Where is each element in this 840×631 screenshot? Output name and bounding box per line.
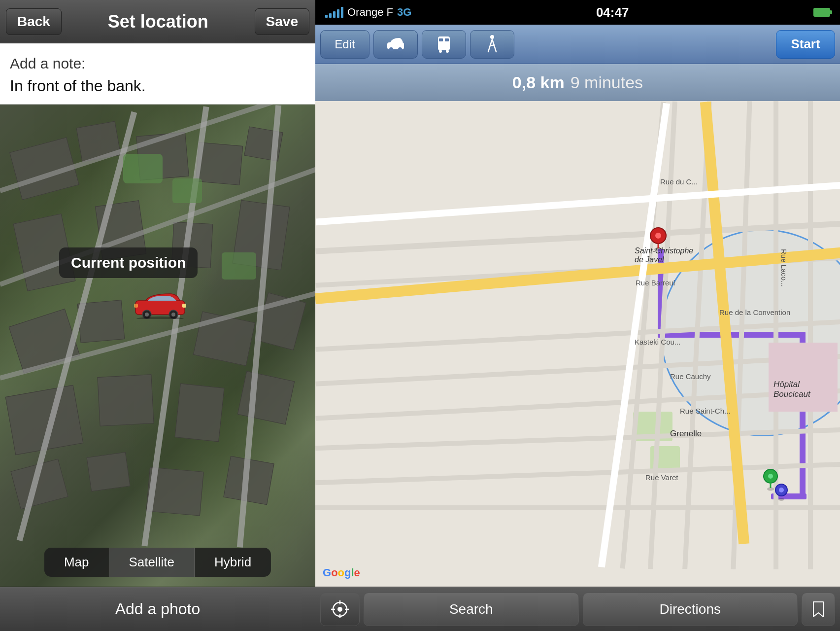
- bus-transport-button[interactable]: [422, 30, 466, 59]
- road-v6: [808, 101, 813, 569]
- google-o2: o: [338, 566, 344, 579]
- map-label-kasteki: Kasteki Cou...: [635, 338, 680, 346]
- note-text[interactable]: In front of the bank.: [10, 77, 305, 95]
- map-type-hybrid-button[interactable]: Hybrid: [195, 548, 271, 577]
- vegetation: [222, 252, 256, 280]
- svg-rect-12: [439, 38, 443, 41]
- google-g2: g: [344, 566, 351, 579]
- map-label-rue-right: Rue Laco...: [780, 249, 788, 287]
- bookmark-button[interactable]: [802, 593, 835, 626]
- status-time: 04:47: [596, 5, 629, 20]
- map-type-bar: Map Satellite Hybrid: [44, 548, 271, 577]
- svg-point-15: [446, 50, 449, 53]
- building: [174, 384, 224, 442]
- bottom-bar: Search Directions: [315, 587, 840, 631]
- current-location-dot: [774, 483, 788, 504]
- distance-km: 0,8 km: [512, 73, 565, 92]
- right-panel: Orange F 3G 04:47 Edit: [315, 0, 840, 631]
- satellite-map-container[interactable]: Current position Map Satellite Hybrid: [0, 105, 315, 587]
- current-position-label: Current position: [59, 247, 198, 278]
- vegetation: [172, 178, 202, 203]
- distance-min: 9 minutes: [571, 73, 643, 92]
- google-logo: Google: [323, 566, 360, 579]
- svg-point-27: [337, 607, 342, 612]
- add-photo-label: Add a photo: [115, 600, 201, 618]
- google-o1: o: [331, 566, 337, 579]
- carrier-text: Orange F: [347, 6, 393, 19]
- vegetation: [123, 154, 163, 183]
- signal-bar-3: [333, 11, 336, 18]
- svg-point-14: [439, 50, 442, 53]
- svg-point-23: [778, 498, 784, 501]
- status-bar: Orange F 3G 04:47: [315, 0, 840, 25]
- svg-point-22: [768, 474, 773, 479]
- signal-bar-1: [325, 15, 328, 18]
- distance-bar: 0,8 km 9 minutes: [315, 64, 840, 101]
- svg-point-4: [171, 313, 175, 316]
- svg-rect-13: [445, 38, 449, 41]
- map-label-convention: Rue de la Convention: [719, 308, 790, 316]
- save-button[interactable]: Save: [255, 8, 309, 35]
- svg-point-19: [655, 233, 661, 239]
- signal-bar-4: [337, 9, 339, 18]
- back-button[interactable]: Back: [6, 8, 62, 35]
- svg-point-2: [145, 313, 149, 316]
- map-label-grenelle: Grenelle: [670, 429, 702, 439]
- map-label-hopital: HôpitalBoucicaut: [773, 380, 810, 399]
- map-label-rue-cauchy: Rue Cauchy: [670, 372, 711, 381]
- google-e: e: [354, 566, 360, 579]
- building: [97, 374, 154, 426]
- walk-transport-button[interactable]: [470, 30, 514, 59]
- left-panel: Back Set location Save Add a note: In fr…: [0, 0, 315, 631]
- origin-pin: [649, 227, 667, 254]
- building: [87, 452, 131, 491]
- signal-bar-5: [341, 7, 343, 18]
- satellite-map: Current position Map Satellite Hybrid: [0, 105, 315, 587]
- svg-point-9: [389, 47, 393, 51]
- car-transport-button[interactable]: [373, 30, 418, 59]
- search-button[interactable]: Search: [364, 593, 579, 626]
- note-label: Add a note:: [10, 55, 305, 72]
- svg-point-16: [490, 35, 494, 39]
- svg-rect-5: [182, 304, 186, 308]
- map-label-rue-barreul: Rue Barreul: [636, 279, 675, 287]
- signal-bar-2: [329, 13, 332, 18]
- directions-button[interactable]: Directions: [583, 593, 798, 626]
- map-type-satellite-button[interactable]: Satellite: [109, 548, 195, 577]
- status-left: Orange F 3G: [325, 6, 411, 19]
- nav-bar: Back Set location Save: [0, 0, 315, 43]
- hospital-area: [769, 343, 838, 412]
- network-badge: 3G: [397, 6, 411, 19]
- google-map-view[interactable]: Saint-Christophede Javel Kasteki Cou... …: [315, 101, 840, 587]
- battery-icon: [813, 8, 830, 17]
- start-button[interactable]: Start: [776, 30, 835, 59]
- road-h8: [315, 505, 840, 510]
- status-right: [813, 8, 830, 17]
- map-label-rue-top: Rue du C...: [660, 177, 698, 186]
- svg-point-25: [779, 488, 784, 492]
- note-section: Add a note: In front of the bank.: [0, 43, 315, 105]
- location-button[interactable]: [320, 593, 360, 626]
- map-label-rue-varet: Rue Varet: [645, 473, 678, 482]
- map-label-rue-sachet: Rue Saint-Ch...: [680, 407, 731, 415]
- edit-button[interactable]: Edit: [320, 30, 370, 59]
- map-type-map-button[interactable]: Map: [44, 548, 109, 577]
- page-title: Set location: [108, 11, 208, 32]
- signal-bars: [325, 7, 343, 18]
- car-icon: [133, 292, 187, 319]
- add-photo-bar[interactable]: Add a photo: [0, 587, 315, 631]
- svg-point-10: [398, 47, 402, 51]
- maps-toolbar: Edit: [315, 25, 840, 64]
- google-g: G: [323, 566, 331, 579]
- svg-rect-6: [134, 304, 138, 308]
